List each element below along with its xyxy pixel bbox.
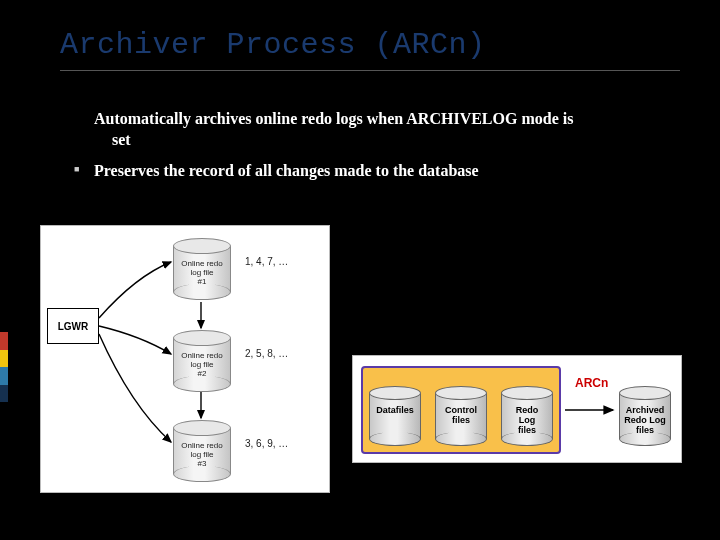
control-files-cylinder: Control files: [435, 386, 487, 446]
bullet-main-line2: set: [112, 130, 672, 151]
seq-label-2: 2, 5, 8, …: [245, 348, 288, 359]
lgwr-diagram: LGWR Online redo log file #1 1, 4, 7, … …: [40, 225, 330, 493]
color-accent-bar: [0, 332, 8, 402]
arcn-diagram: Datafiles Control files Redo Log files A…: [352, 355, 682, 463]
redo-log-cylinder-1: Online redo log file #1: [173, 238, 231, 300]
accent-2: [0, 350, 8, 368]
arcn-label: ARCn: [575, 376, 608, 390]
accent-4: [0, 385, 8, 403]
content-area: Automatically archives online redo logs …: [0, 71, 720, 181]
accent-1: [0, 332, 8, 350]
diagrams-area: LGWR Online redo log file #1 1, 4, 7, … …: [40, 225, 700, 520]
slide-title: Archiver Process (ARCn): [0, 0, 720, 70]
accent-3: [0, 367, 8, 385]
bullet-sub: Preserves the record of all changes made…: [72, 161, 672, 182]
redo-log-files-cylinder: Redo Log files: [501, 386, 553, 446]
bullet-main-line1: Automatically archives online redo logs …: [94, 110, 573, 127]
seq-label-3: 3, 6, 9, …: [245, 438, 288, 449]
redo-log-cylinder-3: Online redo log file #3: [173, 420, 231, 482]
datafiles-cylinder: Datafiles: [369, 386, 421, 446]
lgwr-box: LGWR: [47, 308, 99, 344]
seq-label-1: 1, 4, 7, …: [245, 256, 288, 267]
redo-log-cylinder-2: Online redo log file #2: [173, 330, 231, 392]
archived-redo-log-cylinder: Archived Redo Log files: [619, 386, 671, 446]
bullet-main: Automatically archives online redo logs …: [72, 109, 672, 151]
